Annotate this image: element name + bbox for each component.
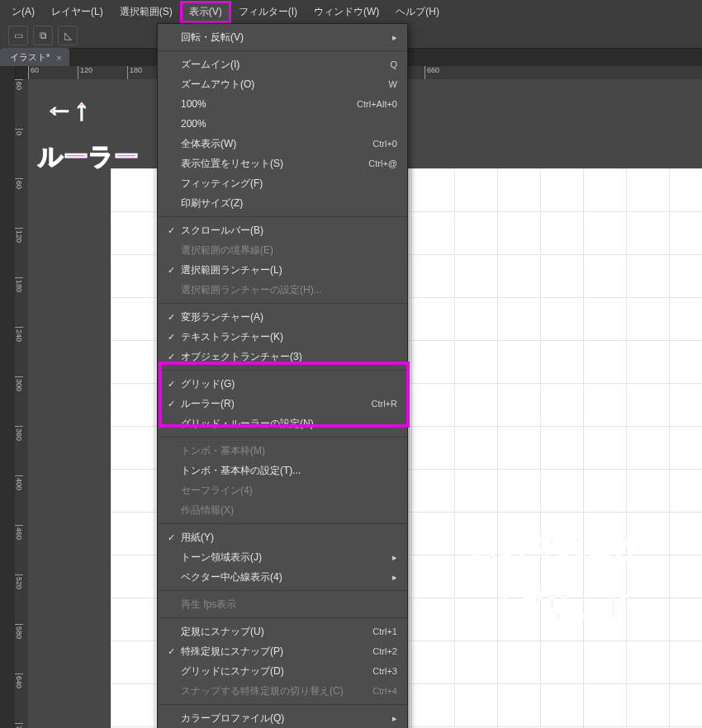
menu-item-label: フィッティング(F) [178,177,397,191]
menu-item-shortcut: Ctrl+4 [372,686,397,696]
tool-icon-shape[interactable]: ◺ [58,26,78,45]
check-icon: ✓ [164,532,178,543]
menu-item-1[interactable]: レイヤー(L) [43,2,111,22]
tool-icon-crop[interactable]: ⧉ [33,26,53,45]
menu-item-label: トーン領域表示(J) [178,551,387,565]
menu-item-shortcut: Ctrl+@ [368,158,397,168]
menu-item[interactable]: ✓用紙(Y) [158,527,407,547]
menu-item-label: 選択範囲の境界線(E) [178,243,397,258]
ruler-v-tick: 300 [15,376,23,426]
menu-item[interactable]: ✓ルーラー(R)Ctrl+R [158,394,407,414]
check-icon: ✓ [164,646,178,657]
menu-item-label: 全体表示(W) [178,137,372,151]
chevron-right-icon: ▸ [387,572,397,583]
menu-item[interactable]: 100%Ctrl+Alt+0 [158,94,407,114]
ruler-h-tick: 120 [78,66,127,79]
menu-item[interactable]: 全体表示(W)Ctrl+0 [158,134,407,154]
menu-item-label: ルーラー(R) [178,397,372,411]
menu-item-label: 印刷サイズ(Z) [178,196,397,210]
document-tab-title: イラスト* [10,51,50,64]
vertical-ruler: 60060120180240300360400460520580640700 [15,79,29,728]
menu-item[interactable]: 回転・反転(V)▸ [158,27,407,47]
ruler-v-tick: 60 [15,178,23,228]
ruler-v-tick: 180 [15,277,23,327]
menu-item[interactable]: ズームイン(I)Q [158,54,407,74]
menu-item-label: 作品情報(X) [178,503,397,518]
check-icon: ✓ [164,312,178,323]
menu-item-3[interactable]: 表示(V) [181,2,230,22]
menu-item[interactable]: トンボ・基本枠の設定(T)... [158,461,407,480]
menu-item: セーフライン(4) [158,480,407,500]
ruler-v-tick: 0 [15,129,23,178]
menu-item-4[interactable]: フィルター(I) [230,2,306,22]
menu-item-label: 用紙(Y) [178,531,397,545]
menu-item[interactable]: ✓グリッド(G) [158,374,407,394]
menu-separator [158,216,407,217]
menu-item-2[interactable]: 選択範囲(S) [111,2,181,22]
menu-item[interactable]: フィッティング(F) [158,173,407,193]
menu-item-label: スナップする特殊定規の切り替え(C) [178,684,372,698]
menu-item-shortcut: Ctrl+Alt+0 [357,99,397,109]
menu-item-label: 選択範囲ランチャー(L) [178,263,397,277]
ruler-v-tick: 60 [15,79,23,129]
menu-item: トンボ・基本枠(M) [158,441,407,461]
menu-item-label: 回転・反転(V) [178,31,387,45]
menu-item: 作品情報(X) [158,500,407,520]
menu-item: 選択範囲の境界線(E) [158,240,407,260]
menu-item-label: グリッド・ルーラーの設定(N)... [178,417,397,431]
menu-item-label: トンボ・基本枠の設定(T)... [178,464,397,478]
close-icon[interactable]: × [56,53,64,61]
menu-item-label: スクロールバー(B) [178,224,397,238]
menu-separator [158,437,407,437]
menu-item-shortcut: W [389,79,397,89]
menu-item-label: ズームアウト(O) [178,78,389,92]
menu-item[interactable]: カラープロファイル(Q)▸ [158,708,407,728]
ruler-v-tick: 400 [15,475,23,525]
ruler-v-tick: 520 [15,574,23,624]
menu-item: スナップする特殊定規の切り替え(C)Ctrl+4 [158,681,407,701]
menu-item[interactable]: ✓特殊定規にスナップ(P)Ctrl+2 [158,641,407,661]
ruler-v-tick: 640 [15,674,23,723]
menu-item[interactable]: ✓スクロールバー(B) [158,220,407,240]
menu-item[interactable]: トーン領域表示(J)▸ [158,547,407,567]
check-icon: ✓ [164,332,178,343]
menu-item-label: テキストランチャー(K) [178,330,397,344]
ruler-h-tick: 60 [28,66,78,79]
menu-separator [158,704,407,705]
menu-item-0[interactable]: ン(A) [3,2,43,22]
menu-item-shortcut: Ctrl+1 [372,626,397,636]
document-tab[interactable]: イラスト* × [0,48,69,66]
menu-separator [158,50,407,51]
ruler-v-tick: 120 [15,228,23,277]
menu-item-label: セーフライン(4) [178,484,397,498]
menu-item-label: 特殊定規にスナップ(P) [178,645,372,659]
menu-item-label: 200% [178,118,397,130]
menu-item-shortcut: Ctrl+2 [372,646,397,656]
menu-item-6[interactable]: ヘルプ(H) [387,2,448,22]
menu-item[interactable]: ✓テキストランチャー(K) [158,327,407,347]
menu-item[interactable]: ✓オブジェクトランチャー(3) [158,347,407,366]
ruler-v-tick: 360 [15,426,23,475]
menu-separator [158,370,407,371]
ruler-v-tick: 460 [15,525,23,574]
menu-item[interactable]: 表示位置をリセット(S)Ctrl+@ [158,154,407,173]
tool-icon-rect[interactable]: ▭ [8,26,28,45]
menu-item[interactable]: ズームアウト(O)W [158,74,407,94]
menu-item-label: カラープロファイル(Q) [178,711,387,726]
menu-item-label: 表示位置をリセット(S) [178,157,368,171]
menu-item[interactable]: ベクター中心線表示(4)▸ [158,567,407,587]
menu-item[interactable]: 定規にスナップ(U)Ctrl+1 [158,622,407,641]
check-icon: ✓ [164,399,178,409]
check-icon: ✓ [164,265,178,276]
menu-item[interactable]: グリッドにスナップ(D)Ctrl+3 [158,661,407,681]
menu-item[interactable]: ✓変形ランチャー(A) [158,307,407,327]
menu-item-shortcut: Q [390,59,397,69]
menu-item: 選択範囲ランチャーの設定(H)... [158,280,407,300]
vertical-scrollbar[interactable] [0,66,16,728]
menu-item[interactable]: 200% [158,114,407,134]
ruler-v-tick: 700 [15,723,23,728]
menu-item[interactable]: グリッド・ルーラーの設定(N)... [158,414,407,433]
menu-item-5[interactable]: ウィンドウ(W) [306,2,387,22]
menu-item[interactable]: 印刷サイズ(Z) [158,193,407,213]
menu-item[interactable]: ✓選択範囲ランチャー(L) [158,260,407,280]
